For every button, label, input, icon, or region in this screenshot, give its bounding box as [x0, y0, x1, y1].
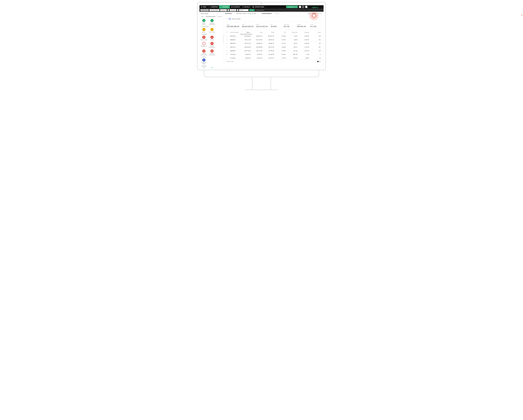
col-cost[interactable]: Cost [252, 31, 264, 34]
close-icon[interactable]: ✕ [227, 18, 228, 20]
col-quantity[interactable]: Quantity [299, 31, 310, 34]
tab-drill[interactable]: Drill [201, 15, 204, 18]
view-list-button[interactable] [317, 61, 319, 62]
bubble-sales-person[interactable]: ☺Sales Person [209, 28, 215, 33]
recently-viewed-button[interactable]: Recently Viewed [209, 9, 220, 11]
search-button[interactable]: Search [249, 9, 255, 11]
bubble-manufacturer[interactable]: Manufacturer [201, 42, 207, 48]
user-button[interactable] [302, 6, 304, 8]
bubble-branch[interactable]: ◎Branch [201, 28, 207, 33]
bubble-product-code[interactable]: ✱Product Code [201, 36, 207, 41]
gear-icon: ✱ [202, 36, 205, 39]
search-entity-caret[interactable]: ▾ [237, 9, 238, 11]
main-panel: Full Picture ⌄ | Wed Jan 01 2020 - Fri J… [223, 12, 324, 68]
transaction-icon: ⇅ [202, 58, 205, 62]
group-sales[interactable]: 4. Sales [201, 56, 223, 58]
col-count[interactable]: Count [310, 31, 322, 34]
gear-icon: ✱1 [211, 42, 214, 45]
table-row[interactable]: 186591654$42,066.21$28,415.11$13,651.103… [225, 34, 322, 38]
results-count: 79542 results [227, 61, 233, 62]
live-help-button[interactable]: Live HelpOnline [286, 6, 298, 8]
invoice-badge-icon: P [229, 18, 231, 20]
bubble-parent-account[interactable]: Parent Account [201, 19, 207, 25]
tab-second-dimension[interactable]: Second Dimension [204, 15, 217, 18]
export-button[interactable]: Export [312, 13, 316, 14]
search-input[interactable] [239, 9, 248, 11]
bubble-transaction-type[interactable]: ⇅Transaction Type [201, 58, 207, 65]
results-table: Invoice Number Value ⌄ Cost Profit GP Av… [225, 30, 322, 68]
bubble-calendar-2[interactable]: ▦ [209, 67, 215, 68]
search-scope-select[interactable]: Search All [220, 9, 227, 11]
table-row[interactable]: 637279532$5,987.25$3,798.67$2,188.5836.5… [225, 53, 322, 56]
group-product[interactable]: 3. Product [201, 33, 223, 35]
bubble-product-group-1[interactable]: ✱1Product Group Level 1 [209, 42, 215, 48]
table-row[interactable]: 737116822$5,947.34$4,335.73$1,611.6127.1… [225, 56, 322, 60]
table-row[interactable]: 286666014$31,117.08$21,169.52$9,947.5631… [225, 38, 322, 42]
metrics-bar: Value$10,058,488.36 Cost$6,644,565.82 Pr… [225, 23, 322, 29]
view-grid-button[interactable] [319, 61, 320, 62]
gear-icon: ✱2 [202, 49, 205, 53]
search-scope-caret[interactable]: ▾ [228, 9, 229, 11]
logout-button[interactable] [305, 6, 307, 8]
nav-mycalls[interactable]: MYCALLS [241, 5, 251, 8]
metric-avg-price: Avg. Price$17.69 [284, 24, 294, 28]
calendar-icon: ▦ [202, 67, 205, 68]
search-person-icon [211, 19, 214, 22]
metric-cost: Cost$6,644,565.82 [242, 24, 253, 28]
nav-enquiries[interactable]: ENQUIRIES [219, 5, 230, 8]
metric-gp: GP33.94% [271, 24, 281, 28]
search-icon [226, 32, 228, 33]
col-profit[interactable]: Profit [264, 31, 275, 34]
table-row[interactable]: 486818714$26,424.49$18,208.96$8,215.5331… [225, 45, 322, 49]
svg-point-0 [303, 7, 303, 7]
brand-logo: sales-i [308, 5, 322, 9]
bank-icon [231, 6, 233, 8]
tab-filter[interactable]: Filter (0) [217, 15, 223, 18]
nav-control-panel[interactable]: CONTROL PANEL [251, 5, 266, 8]
col-search[interactable] [225, 31, 229, 34]
col-value[interactable]: Value ⌄ [240, 31, 252, 34]
calendar-icon: ▦ [211, 67, 214, 68]
col-invoice[interactable]: Invoice Number [229, 31, 240, 34]
phone-icon [242, 6, 244, 8]
gear-icon: ✱ [211, 36, 214, 39]
settings-button[interactable]: Settings [318, 13, 322, 14]
table-row[interactable]: 386887404$27,871.38$18,905.24$8,966.1432… [225, 42, 322, 45]
metric-profit: Profit$3,413,922.54 [256, 24, 268, 28]
person-icon [202, 19, 205, 22]
gear-icon: ✱3 [211, 49, 214, 53]
svg-point-3 [227, 32, 227, 33]
col-gp[interactable]: GP [275, 31, 287, 34]
help-button[interactable]: ? [299, 6, 301, 8]
branch-icon: ◎ [202, 28, 205, 31]
saved-enquiries-link[interactable]: Saved Enquiries [262, 13, 272, 14]
svg-point-2 [212, 20, 212, 21]
bubble-customer-classification[interactable]: Customer Classification [209, 19, 215, 25]
user-icon [302, 6, 304, 8]
nav-accounts[interactable]: ACCOUNTS [230, 5, 241, 8]
filter-chip-bar: ✕ P Invoice Number [225, 17, 322, 21]
search-entity-select[interactable]: Accounts [230, 9, 236, 11]
ring-icon [202, 42, 205, 45]
bubble-calendar-1[interactable]: ▦ [201, 67, 207, 68]
nav-home[interactable]: HOME [199, 5, 208, 8]
col-avg-price[interactable]: Avg. Price [287, 31, 299, 34]
date-range[interactable]: Wed Jan 01 2020 - Fri Jan 31 2020 [237, 13, 256, 14]
quick-search-button[interactable]: Quick Search [200, 9, 209, 11]
megaphone-icon [209, 6, 210, 8]
group-sales-team[interactable]: 2. Sales Team [201, 26, 223, 27]
bubble-product[interactable]: ✱Product [209, 36, 215, 41]
home-icon [201, 6, 202, 8]
breadcrumb-bar: Full Picture ⌄ | Wed Jan 01 2020 - Fri J… [223, 12, 324, 15]
sales-person-icon: ☺ [211, 28, 214, 31]
save-button[interactable]: Save [308, 13, 311, 14]
bubble-product-group-2[interactable]: ✱2Product Group Level 2 [201, 49, 207, 56]
bubble-product-group-3[interactable]: ✱3Product Group Level 3 [209, 49, 215, 56]
table-row[interactable]: 598990594$22,722.06$15,472.86$7,249.2031… [225, 49, 322, 53]
arrow-right-icon [306, 6, 307, 8]
nav-campaigns[interactable]: CAMPAIGNS [208, 5, 219, 8]
full-picture-dropdown[interactable]: Full Picture ⌄ [225, 13, 233, 14]
group-calendar[interactable]: Calendar [201, 66, 223, 67]
customer-view-link[interactable]: Customer View [256, 9, 264, 11]
metric-value: Value$10,058,488.36 [227, 24, 239, 28]
